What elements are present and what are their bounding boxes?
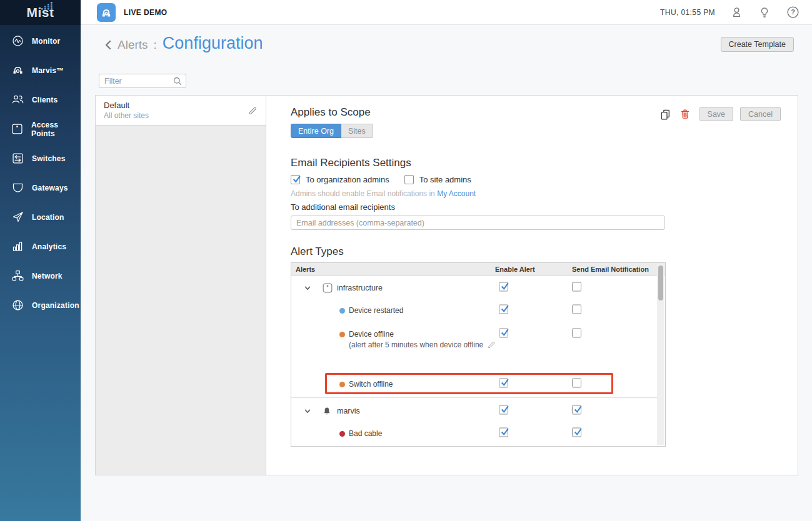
send-email-checkbox[interactable]	[572, 428, 581, 437]
alert-group-label: marvis	[337, 407, 360, 415]
enable-alert-checkbox[interactable]	[499, 379, 508, 388]
save-button[interactable]: Save	[699, 107, 734, 121]
site-admins-checkbox[interactable]	[404, 175, 414, 184]
create-template-button[interactable]: Create Template	[721, 37, 794, 52]
page-title: Configuration	[163, 34, 263, 53]
configuration-panel: Default All other sites Applies to Scope…	[95, 95, 798, 475]
access-point-icon	[323, 283, 333, 293]
additional-recipients-label: To additional email recipients	[291, 202, 395, 212]
sidebar-item-label: Gateways	[32, 184, 68, 192]
sidebar-item-gateways[interactable]: Gateways	[0, 173, 81, 202]
sidebar-item-organization[interactable]: Organization	[0, 290, 81, 320]
alert-table-header: Alerts Enable Alert Send Email Notificat…	[291, 263, 665, 276]
chevron-down-icon[interactable]	[304, 284, 311, 292]
clock: THU, 01:55 PM	[660, 8, 715, 17]
help-icon[interactable]: ?	[786, 6, 799, 19]
alert-item-label: Bad cable	[349, 429, 382, 438]
sidebar-item-monitor[interactable]: Monitor	[0, 26, 81, 56]
org-switcher[interactable]: LIVE DEMO	[97, 3, 168, 22]
sidebar: Mist Monitor Marvis™ Clients	[0, 0, 81, 521]
access-points-icon	[11, 122, 24, 136]
scope-title: Applies to Scope	[291, 106, 371, 119]
template-list-item-default[interactable]: Default All other sites	[96, 96, 266, 126]
table-scrollbar[interactable]	[657, 264, 664, 445]
site-admins-label: To site admins	[419, 175, 471, 184]
email-note: Admins should enable Email notifications…	[291, 189, 476, 198]
send-email-checkbox[interactable]	[572, 305, 581, 314]
sidebar-item-marvis[interactable]: Marvis™	[0, 56, 81, 85]
my-account-link[interactable]: My Account	[437, 189, 476, 198]
status-dot	[339, 332, 345, 337]
edit-template-icon[interactable]	[248, 106, 258, 116]
enable-alert-checkbox[interactable]	[499, 405, 508, 415]
group-separator	[291, 397, 657, 398]
cancel-button[interactable]: Cancel	[740, 107, 781, 121]
email-note-text: Admins should enable Email notifications…	[291, 189, 435, 198]
svg-text:?: ?	[791, 8, 795, 16]
delete-template-icon[interactable]	[680, 109, 690, 119]
clients-icon	[11, 93, 24, 107]
org-badge-icon	[97, 3, 116, 22]
alert-types-title: Alert Types	[291, 246, 344, 258]
enable-alert-checkbox[interactable]	[499, 282, 508, 292]
column-enable-alert: Enable Alert	[495, 265, 535, 273]
template-detail: Applies to Scope Entire Org Sites Save C…	[266, 96, 798, 475]
sidebar-item-label: Monitor	[32, 37, 60, 46]
alert-row-switch-offline: Switch offline	[291, 376, 656, 392]
org-admins-label: To organization admins	[306, 175, 389, 184]
org-admins-checkbox[interactable]	[291, 175, 300, 184]
top-bar-right: THU, 01:55 PM ?	[660, 6, 799, 19]
status-dot	[339, 382, 345, 387]
whats-new-icon[interactable]	[758, 6, 771, 19]
edit-threshold-icon[interactable]	[487, 340, 496, 349]
alert-item-label: Switch offline	[349, 380, 393, 389]
send-email-checkbox[interactable]	[572, 379, 581, 388]
scope-toggle: Entire Org Sites	[291, 124, 373, 138]
sidebar-item-label: Location	[32, 213, 64, 222]
scope-option-sites[interactable]: Sites	[341, 124, 373, 138]
mist-logo[interactable]: Mist	[0, 0, 81, 25]
gateways-icon	[11, 181, 24, 195]
org-admins-option[interactable]: To organization admins	[291, 175, 389, 184]
enable-alert-checkbox[interactable]	[499, 329, 508, 338]
monitor-icon	[11, 34, 24, 48]
clone-template-icon[interactable]	[660, 109, 671, 120]
alert-row-marvis: marvis	[291, 403, 656, 419]
alert-row-bad-cable: Bad cable	[291, 425, 656, 442]
enable-alert-checkbox[interactable]	[499, 305, 508, 314]
send-email-checkbox[interactable]	[572, 282, 581, 292]
template-name: Default	[104, 101, 149, 110]
column-alerts: Alerts	[296, 265, 315, 273]
enable-alert-checkbox[interactable]	[499, 428, 508, 437]
back-chevron-icon[interactable]	[104, 39, 112, 51]
site-admins-option[interactable]: To site admins	[404, 175, 471, 184]
account-icon[interactable]	[729, 6, 743, 19]
scope-option-entire-org[interactable]: Entire Org	[291, 124, 341, 138]
sidebar-item-access-points[interactable]: Access Points	[0, 114, 81, 144]
send-email-checkbox[interactable]	[572, 405, 581, 415]
breadcrumb-section[interactable]: Alerts	[118, 38, 148, 52]
analytics-icon	[11, 240, 24, 254]
email-settings-title: Email Recipients Settings	[291, 157, 411, 169]
sidebar-item-switches[interactable]: Switches	[0, 144, 81, 173]
content-area: Alerts : Configuration Create Template D…	[81, 26, 812, 521]
sidebar-item-location[interactable]: Location	[0, 202, 81, 232]
breadcrumb-separator: :	[154, 38, 157, 52]
device-offline-note-text: (alert after 5 minutes when device offli…	[349, 340, 483, 349]
sidebar-item-clients[interactable]: Clients	[0, 85, 81, 114]
alert-group-label: infrastructure	[337, 284, 383, 292]
chevron-down-icon[interactable]	[304, 407, 311, 415]
table-scrollbar-thumb[interactable]	[658, 265, 663, 300]
additional-recipients-input[interactable]	[291, 216, 665, 230]
org-name: LIVE DEMO	[124, 8, 168, 17]
sidebar-item-analytics[interactable]: Analytics	[0, 232, 81, 261]
sidebar-item-label: Network	[32, 272, 63, 280]
template-subtitle: All other sites	[104, 111, 149, 120]
send-email-checkbox[interactable]	[572, 329, 581, 338]
alert-row-infrastructure: infrastructure	[291, 280, 656, 296]
bell-icon	[323, 407, 331, 416]
template-list-background	[96, 126, 266, 475]
sidebar-item-network[interactable]: Network	[0, 261, 81, 290]
sidebar-item-label: Organization	[32, 301, 79, 310]
filter-input[interactable]	[104, 77, 173, 86]
